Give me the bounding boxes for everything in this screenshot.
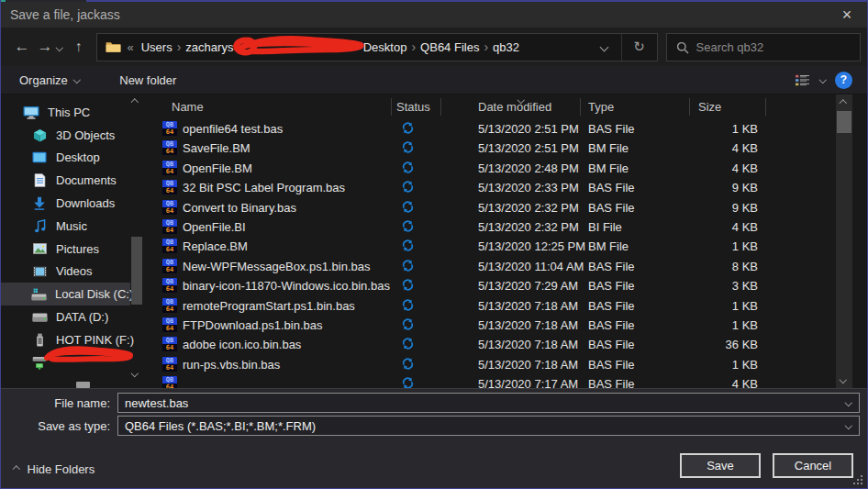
file-row[interactable]: QB64 32 Bit PSC Label Program.bas 5/13/2… [148,178,852,197]
hide-folders-chevron-icon [13,466,20,473]
file-name-cell: adobe icon.ico.bin.bas [183,338,301,351]
breadcrumb-overflow-icon[interactable]: « [128,40,134,54]
column-divider[interactable] [391,98,392,116]
column-header-date-modified[interactable]: Date modified [478,100,551,114]
breadcrumb-item[interactable]: zacharys [181,40,238,54]
file-row[interactable]: QB64 OpenFile.BI 5/13/2020 2:32 PM BI Fi… [148,217,852,237]
save-as-type-label: Save as type: [5,419,110,433]
file-row[interactable]: QB64 Replace.BM 5/13/2020 12:25 PM BM Fi… [148,237,852,256]
date-modified-cell: 5/13/2020 2:51 PM [478,141,579,155]
file-type-cell: BAS File [588,338,635,351]
sidebar-item[interactable]: Documents [1,169,148,192]
file-name-dropdown-chevron-icon[interactable] [844,399,851,406]
close-icon[interactable]: × [827,2,867,28]
column-header-status[interactable]: Status [396,100,430,114]
forward-button[interactable]: → [34,38,56,56]
qb64-file-icon: QB64 [162,376,177,388]
file-row[interactable]: QB64 openfile64 test.bas 5/13/2020 2:51 … [148,119,852,139]
file-size-cell: 4 KB [657,141,758,155]
column-divider[interactable] [440,98,441,116]
column-header-name[interactable]: Name [172,100,204,114]
file-type-cell: BAS File [588,299,635,313]
hide-folders-button[interactable]: Hide Folders [14,462,95,476]
up-button[interactable]: ↑ [65,39,93,55]
address-bar[interactable]: « Users›zacharys››Desktop›QB64 Files›qb3… [96,33,658,61]
search-input[interactable]: Search qb32 [666,33,861,61]
breadcrumb-item[interactable]: Users [137,40,177,54]
file-row[interactable]: QB64 Convert to Binary.bas 5/13/2020 2:3… [148,198,852,217]
address-dropdown-chevron-icon[interactable] [599,42,608,51]
sync-status-icon [402,220,414,232]
list-scrollbar-thumb[interactable] [837,111,851,133]
sync-status-icon [402,338,414,350]
breadcrumb-item[interactable]: QB64 Files [416,40,484,54]
sidebar-item[interactable]: Pictures [1,238,148,261]
sidebar-item[interactable]: Videos [1,261,148,283]
window-title: Save a file, jackass [1,7,120,22]
organize-label: Organize [19,73,68,87]
date-modified-cell: 5/13/2020 7:18 AM [478,338,578,351]
file-name-input[interactable]: newtest.bas [117,393,860,413]
column-header-size[interactable]: Size [698,100,721,114]
file-type-cell: BM File [588,239,629,253]
list-scroll-down-icon[interactable] [840,375,847,383]
sidebar-item-label: Music [56,219,87,233]
save-button[interactable]: Save [680,453,761,478]
file-row[interactable]: QB64 run-ps.vbs.bin.bas 5/13/2020 7:18 A… [148,355,852,374]
monitor-icon [23,106,39,119]
help-icon[interactable]: ? [835,72,852,89]
file-name-cell: binary-icon-11870-Windows.ico.bin.bas [183,279,390,293]
file-type-cell: BAS File [588,358,635,372]
organize-button[interactable]: Organize [19,73,79,87]
resize-grip[interactable] [852,474,863,485]
history-chevron-icon[interactable] [56,44,63,51]
file-row[interactable]: QB64 binary-icon-11870-Windows.ico.bin.b… [148,276,852,295]
column-divider[interactable] [689,98,690,116]
column-header-type[interactable]: Type [588,100,614,114]
file-name-cell: run-ps.vbs.bin.bas [183,358,280,372]
sidebar-scrollbar-thumb[interactable] [131,237,142,305]
sidebar-item[interactable]: DATA (D:) [1,306,148,328]
breadcrumb-item[interactable]: qb32 [488,40,524,54]
list-scroll-up-icon[interactable] [840,100,847,107]
film-icon [31,266,48,277]
sidebar-item[interactable]: This PC [1,101,148,124]
sync-status-icon [402,122,414,134]
refresh-icon[interactable]: ↻ [622,39,657,55]
file-row[interactable]: QB64 FTPDownload.ps1.bin.bas 5/13/2020 7… [148,316,852,335]
sidebar-item[interactable]: Music [1,215,148,238]
sidebar-item[interactable]: Desktop [1,147,148,170]
breadcrumb-item[interactable]: Desktop [359,40,412,54]
save-as-type-chevron-icon[interactable] [844,422,851,429]
file-row[interactable]: QB64 adobe icon.ico.bin.bas 5/13/2020 7:… [148,335,852,354]
file-type-cell: BI File [588,220,622,234]
sync-status-icon [402,161,414,173]
sidebar-item[interactable] [1,351,148,374]
file-row[interactable]: QB64 New-WPFMessageBox.ps1.bin.bas 5/13/… [148,257,852,276]
column-divider[interactable] [580,98,581,116]
date-modified-cell: 5/13/2020 7:18 AM [478,358,578,372]
qb64-file-icon: QB64 [162,161,177,175]
sidebar-item[interactable]: Local Disk (C:) [1,283,130,306]
sync-status-icon [402,141,414,153]
view-details-icon[interactable] [795,74,810,86]
new-folder-button[interactable]: New folder [119,73,176,87]
file-row[interactable]: QB64 remoteProgramStart.ps1.bin.bas 5/13… [148,296,852,316]
file-row[interactable]: QB64 SaveFile.BM 5/13/2020 2:51 PM BM Fi… [148,139,852,158]
cancel-button[interactable]: Cancel [773,453,853,478]
sidebar-item[interactable]: 3D Objects [1,124,148,147]
list-scrollbar[interactable] [836,94,852,388]
file-row[interactable]: QB64 OpenFile.BM 5/13/2020 2:48 PM BM Fi… [148,159,852,178]
file-row[interactable]: QB64 5/13/2020 7:17 AM BAS File 4 KB [148,374,852,388]
view-options-chevron-icon[interactable] [818,76,826,83]
file-size-cell: 4 KB [657,377,758,388]
sidebar-item-label: Downloads [56,196,115,210]
sync-status-icon [402,279,414,291]
sidebar-item[interactable]: Downloads [1,192,148,215]
sidebar-item-label: Desktop [56,150,100,164]
save-as-type-select[interactable]: QB64 Files (*.BAS;*.BI;*.BM;*.FRM) [117,416,860,436]
sidebar-item[interactable]: HOT PINK (F:) [1,328,148,351]
content-area: This PC 3D Objects Desktop Documents Dow… [1,94,867,388]
column-divider[interactable] [765,98,766,116]
back-button[interactable]: ← [10,38,34,56]
